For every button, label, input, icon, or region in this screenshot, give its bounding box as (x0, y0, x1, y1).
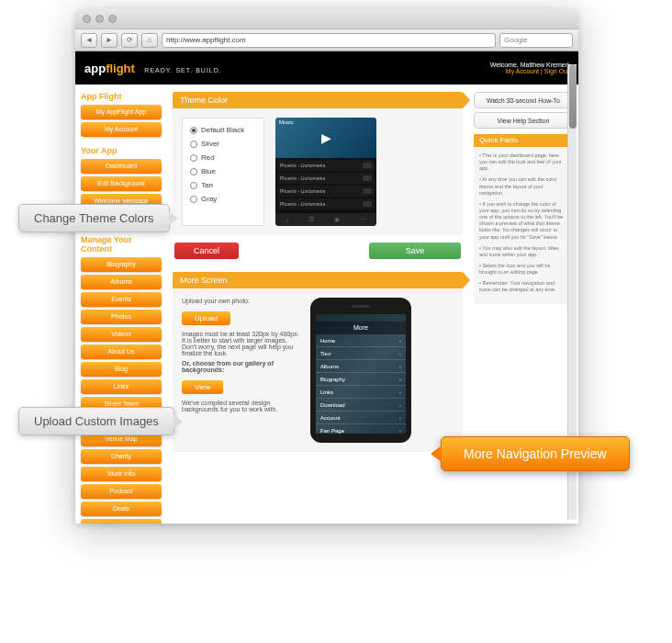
browser-toolbar: ◄ ► ⟳ ⌂ http://www.appflight.com Google (75, 29, 578, 51)
track-row[interactable]: Phoenix - Lisztomania (277, 173, 375, 184)
phone-nav-row[interactable]: Tour› (316, 347, 406, 360)
more-panel: Upload your own photo: Upload Images mus… (173, 288, 463, 452)
save-button[interactable]: Save (369, 243, 461, 259)
view-hint: We've compiled several design background… (182, 400, 301, 412)
track-row[interactable]: Phoenix - Lisztomania (277, 160, 375, 171)
help-button[interactable]: View Help Section (474, 112, 573, 129)
theme-color-header: Theme Color (173, 92, 463, 108)
radio-icon[interactable] (190, 196, 197, 203)
theme-option-label: Red (201, 153, 215, 162)
play-icon[interactable]: ▶ (321, 130, 331, 145)
tagline: READY. SET. BUILD. (144, 67, 221, 73)
sidebar-item[interactable]: Edit Background (81, 176, 162, 191)
theme-option-label: Gray (201, 195, 217, 203)
home-button[interactable]: ⌂ (141, 33, 158, 48)
sidebar-item[interactable]: Blog (81, 362, 162, 377)
choose-label: Or, choose from our gallery of backgroun… (182, 360, 301, 373)
theme-option[interactable]: Red (190, 153, 256, 162)
back-button[interactable]: ◄ (81, 33, 97, 48)
phone-nav-row[interactable]: Albums› (316, 360, 406, 373)
radio-icon[interactable] (190, 168, 197, 175)
scroll-thumb[interactable] (569, 85, 577, 129)
zoom-icon[interactable] (108, 15, 117, 23)
main-content: Theme Color Default BlackSilverRedBlueTa… (167, 85, 468, 524)
minimize-icon[interactable] (95, 15, 104, 23)
quick-fact-item: • You may also edit the layout, titles, … (479, 245, 567, 258)
radio-icon[interactable] (190, 141, 197, 148)
url-bar[interactable]: http://www.appflight.com (162, 33, 496, 48)
theme-option[interactable]: Blue (190, 167, 256, 175)
phone-nav-row[interactable]: Links› (316, 386, 406, 399)
theme-option[interactable]: Default Black (190, 126, 256, 134)
sidebar-item[interactable]: My AppFlight App (81, 105, 162, 119)
howto-button[interactable]: Watch 30-second How-To (474, 92, 573, 108)
quick-facts-header: Quick Facts (474, 134, 573, 147)
reload-button[interactable]: ⟳ (121, 33, 138, 48)
quick-fact-item: • Select the icon and you will be brough… (479, 263, 567, 276)
sidebar-item[interactable]: Videos (81, 327, 162, 342)
theme-preview: Music ▶ Phoenix - LisztomaniaPhoenix - L… (275, 118, 376, 226)
track-row[interactable]: Phoenix - Lisztomania (277, 198, 375, 209)
phone-nav-row[interactable]: Fan Page› (316, 424, 406, 434)
upload-hint: Images must be at least 320px by 480px. … (182, 331, 301, 356)
sidebar-item[interactable]: About Us (81, 344, 162, 359)
radio-icon[interactable] (190, 182, 197, 189)
sidebar-item[interactable]: My Account (81, 122, 162, 137)
sidebar-item[interactable]: Photos (81, 310, 162, 324)
phone-preview: More Home›Tour›Albums›Biography›Links›Do… (310, 298, 411, 443)
quick-fact-item: • If you wish to change the color of you… (479, 201, 567, 241)
view-button[interactable]: View (182, 380, 223, 394)
tab-icon[interactable]: ♪ (286, 217, 289, 223)
more-screen-header: More Screen (173, 272, 463, 288)
cancel-button[interactable]: Cancel (174, 243, 239, 259)
callout-theme-colors: Change Theme Colors (18, 204, 170, 232)
radio-icon[interactable] (190, 127, 197, 134)
sidebar-item[interactable]: Podcast (81, 484, 162, 499)
upload-label: Upload your own photo: (182, 298, 301, 304)
phone-nav-row[interactable]: Download› (316, 399, 406, 412)
sidebar-item[interactable]: Albums (81, 275, 162, 289)
quick-fact-item: • At any time you can edit the color the… (479, 176, 567, 196)
upload-button[interactable]: Upload (182, 311, 230, 325)
quick-fact-item: • This is your dashboard page, here you … (479, 152, 567, 172)
theme-option[interactable]: Tan (190, 181, 256, 189)
app-header: appflight READY. SET. BUILD. Welcome, Ma… (75, 51, 578, 85)
tab-icon[interactable]: ☰ (308, 216, 314, 223)
tab-icon[interactable]: ◉ (334, 216, 340, 223)
theme-option-label: Blue (201, 167, 216, 175)
preview-tabbar: ♪ ☰ ◉ ⋯ (275, 213, 376, 226)
quick-fact-item: • Remember: Your navigation and icons ca… (479, 280, 567, 293)
sidebar-section-title: App Flight (81, 92, 162, 101)
theme-option-label: Silver (201, 140, 219, 148)
sidebar-item[interactable]: Links (81, 379, 162, 394)
account-links[interactable]: My Account | Sign Out (490, 68, 569, 74)
tab-icon[interactable]: ⋯ (360, 216, 366, 223)
sidebar-item[interactable]: Charity (81, 449, 162, 464)
preview-label: Music (279, 119, 294, 125)
sidebar-section-title: Manage Your Content (81, 235, 162, 254)
welcome-text: Welcome, Matthew Kremer! (490, 62, 569, 68)
sidebar-item[interactable]: Deals (81, 502, 162, 516)
theme-option[interactable]: Gray (190, 195, 256, 203)
callout-more-nav: More Navigation Preview (441, 436, 630, 471)
phone-nav-row[interactable]: Home› (316, 334, 406, 347)
sidebar-item[interactable]: More Info (81, 467, 162, 481)
radio-icon[interactable] (190, 154, 197, 162)
welcome-block: Welcome, Matthew Kremer! My Account | Si… (490, 62, 569, 74)
theme-option[interactable]: Silver (190, 140, 256, 148)
theme-option-label: Default Black (201, 126, 244, 134)
titlebar (75, 9, 578, 29)
theme-options: Default BlackSilverRedBlueTanGray (182, 118, 264, 226)
phone-nav-row[interactable]: Biography› (316, 373, 406, 386)
sidebar-item[interactable]: Biography (81, 257, 162, 272)
phone-nav-row[interactable]: Account› (316, 412, 406, 424)
forward-button[interactable]: ► (101, 33, 118, 48)
sidebar-item[interactable]: Dashboard (81, 159, 162, 174)
close-icon[interactable] (83, 15, 91, 23)
theme-option-label: Tan (201, 181, 213, 189)
sidebar-item[interactable]: Events (81, 292, 162, 307)
search-bar[interactable]: Google (499, 33, 573, 48)
sidebar-item[interactable]: Man (81, 519, 162, 524)
phone-screen-title: More (316, 322, 406, 334)
track-row[interactable]: Phoenix - Lisztomania (277, 186, 375, 197)
